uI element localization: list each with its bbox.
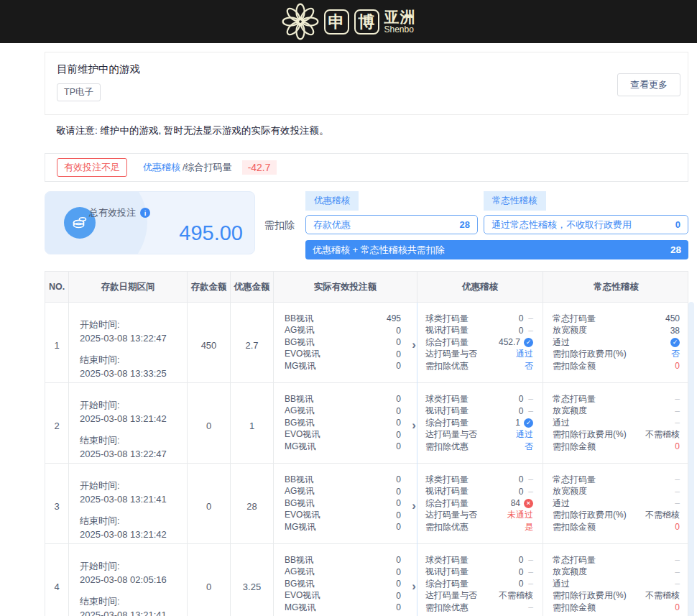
info-icon[interactable]: i: [140, 208, 150, 218]
game-bet-line: AG视讯0: [285, 566, 401, 579]
total-valid-bet-label: 总有效投注: [89, 206, 136, 219]
normal-audit-line: 需扣除行政费用(%)不需稽核: [553, 429, 680, 441]
flower-logo-icon: [282, 3, 319, 40]
promo-audit-cell: 球类打码量0–视讯打码量0–综合打码量0–达打码量与否不需稽核需扣除优惠–: [417, 544, 543, 616]
row-expand-chevron[interactable]: ›: [412, 580, 416, 592]
deposit-date-range: 开始时间:2025-03-08 13:22:47结束时间:2025-03-08 …: [69, 303, 188, 388]
dash-mark: –: [528, 474, 533, 484]
end-time-label: 结束时间:: [80, 595, 181, 609]
normal-audit-label: 通过常态性稽核，不收取行政费用: [491, 219, 632, 231]
game-bet-line: MG视讯0: [285, 441, 401, 453]
bonus-amount: 1: [231, 383, 274, 469]
maintenance-title: 目前维护中的游戏: [57, 63, 676, 76]
total-deduction-value: 28: [670, 244, 681, 255]
tab-promo-audit[interactable]: 优惠稽核: [305, 191, 359, 211]
main-content: 目前维护中的游戏 TP电子 查看更多 敬请注意: 维护中的游戏, 暂时无法显示游…: [45, 52, 688, 616]
normal-audit-line: 需扣除行政费用(%)不需稽核: [553, 510, 680, 522]
view-more-button[interactable]: 查看更多: [617, 73, 680, 96]
deposit-bonus-label: 存款优惠: [313, 219, 351, 231]
promo-audit-cell: 球类打码量0–视讯打码量0–综合打码量1✓达打码量与否通过需扣除优惠否: [417, 383, 543, 469]
normal-audit-line: 通过✓: [553, 336, 680, 349]
row-expand-chevron[interactable]: ›: [412, 500, 416, 512]
game-bet-line: BG视讯0: [285, 497, 401, 510]
check-icon: ✓: [524, 338, 533, 347]
total-deduction-bar: 优惠稽核 + 常态性稽核共需扣除 28: [305, 240, 688, 259]
normal-audit-line: 常态打码量450: [553, 313, 680, 325]
start-time-label: 开始时间:: [80, 318, 181, 332]
normal-audit-line: 通过–: [553, 417, 680, 429]
row-number: 2: [45, 383, 69, 469]
normal-audit-line: 通过–: [553, 578, 680, 590]
normal-audit-box: 通过常态性稽核，不收取行政费用 0: [484, 215, 688, 234]
promo-audit-line: 需扣除优惠否: [425, 441, 533, 453]
game-bet-line: AG视讯0: [285, 486, 401, 498]
normal-audit-line: 需扣除金额0: [553, 602, 680, 614]
deposit-bonus-value: 28: [460, 219, 470, 230]
start-time-value: 2025-03-08 02:05:16: [80, 574, 181, 587]
column-header: 存款日期区间: [69, 272, 188, 302]
table-row: 1开始时间:2025-03-08 13:22:47结束时间:2025-03-08…: [45, 302, 688, 382]
promo-audit-line: 视讯打码量0–: [425, 405, 533, 418]
audit-summary-box: 有效投注不足 优惠稽核 /综合打码量 -42.7: [45, 153, 688, 182]
promo-audit-line: 球类打码量0–: [425, 313, 533, 325]
promo-audit-line: 综合打码量452.7✓: [425, 336, 533, 349]
start-time-value: 2025-03-08 13:21:42: [80, 413, 181, 426]
normal-audit-line: 需扣除金额0: [553, 521, 680, 533]
valid-bet-breakdown: BB视讯0AG视讯0BG视讯0EVO视讯0MG视讯0›: [274, 464, 417, 549]
game-bet-line: AG视讯0: [285, 325, 401, 337]
row-expand-chevron[interactable]: ›: [412, 419, 416, 431]
tab-normal-audit[interactable]: 常态性稽核: [484, 191, 546, 211]
normal-audit-cell: 常态打码量–放宽额度–通过–需扣除行政费用(%)不需稽核需扣除金额0: [543, 464, 689, 549]
composite-turnover-label: /综合打码量: [183, 161, 232, 174]
normal-audit-line: 放宽额度38: [553, 325, 680, 337]
turnover-deficit-value: -42.7: [242, 160, 277, 175]
table-row: 3开始时间:2025-03-08 13:21:41结束时间:2025-03-08…: [45, 463, 688, 543]
promo-audit-link[interactable]: 优惠稽核: [143, 161, 180, 174]
dash-mark: –: [528, 394, 533, 404]
start-time-label: 开始时间:: [80, 479, 181, 493]
normal-audit-line: 需扣除金额0: [553, 360, 680, 372]
promo-audit-line: 需扣除优惠是: [425, 521, 533, 533]
dash-mark: –: [528, 555, 533, 565]
row-expand-chevron[interactable]: ›: [412, 339, 416, 351]
insufficient-bet-badge: 有效投注不足: [57, 158, 127, 177]
dash-mark: –: [528, 406, 533, 416]
deposit-amount: 0: [188, 464, 231, 549]
game-bet-line: BB视讯0: [285, 393, 401, 405]
maintenance-game-tag: TP电子: [57, 83, 101, 101]
valid-bet-breakdown: BB视讯495AG视讯0BG视讯0EVO视讯0MG视讯0›: [274, 303, 417, 388]
game-bet-line: BB视讯495: [285, 313, 401, 325]
game-bet-line: BB视讯0: [285, 554, 401, 566]
deposit-amount: 0: [188, 383, 231, 469]
deduct-label: 需扣除: [255, 219, 305, 232]
table-row: 2开始时间:2025-03-08 13:21:42结束时间:2025-03-08…: [45, 382, 688, 463]
promo-audit-line: 达打码量与否未通过: [425, 510, 533, 522]
promo-audit-line: 球类打码量0–: [425, 554, 533, 566]
normal-audit-cell: 常态打码量450放宽额度38通过✓需扣除行政费用(%)否需扣除金额0: [543, 303, 689, 388]
game-bet-line: EVO视讯0: [285, 429, 401, 441]
end-time-label: 结束时间:: [80, 354, 181, 367]
promo-audit-line: 综合打码量0–: [425, 578, 533, 590]
deposit-date-range: 开始时间:2025-03-08 13:21:42结束时间:2025-03-08 …: [69, 383, 188, 469]
end-time-value: 2025-03-08 13:22:47: [80, 448, 181, 461]
end-time-label: 结束时间:: [80, 515, 181, 528]
maintenance-card: 目前维护中的游戏 TP电子 查看更多: [45, 52, 688, 115]
normal-audit-line: 放宽额度–: [553, 486, 680, 498]
promo-audit-line: 需扣除优惠否: [425, 360, 533, 372]
start-time-value: 2025-03-08 13:22:47: [80, 332, 181, 346]
check-icon: ✓: [524, 418, 533, 428]
deduction-section: 总有效投注 i 495.00 需扣除 优惠稽核 存款优惠 28 常态性稽核 通过…: [45, 191, 688, 259]
normal-audit-line: 通过–: [553, 497, 680, 510]
end-time-value: 2025-03-08 13:21:41: [80, 609, 181, 616]
row-number: 1: [45, 303, 69, 388]
vertical-scrollbar[interactable]: [688, 302, 694, 616]
dash-mark: –: [528, 579, 533, 589]
normal-audit-line: 需扣除行政费用(%)不需稽核: [553, 590, 680, 602]
normal-audit-line: 需扣除金额0: [553, 441, 680, 453]
normal-audit-cell: 常态打码量–放宽额度–通过–需扣除行政费用(%)不需稽核需扣除金额0: [543, 383, 689, 469]
end-time-value: 2025-03-08 13:33:25: [80, 367, 181, 381]
game-bet-line: EVO视讯0: [285, 349, 401, 361]
deposit-bonus-box: 存款优惠 28: [305, 215, 478, 234]
promo-audit-line: 综合打码量84×: [425, 497, 533, 510]
promo-audit-line: 球类打码量0–: [425, 474, 533, 486]
